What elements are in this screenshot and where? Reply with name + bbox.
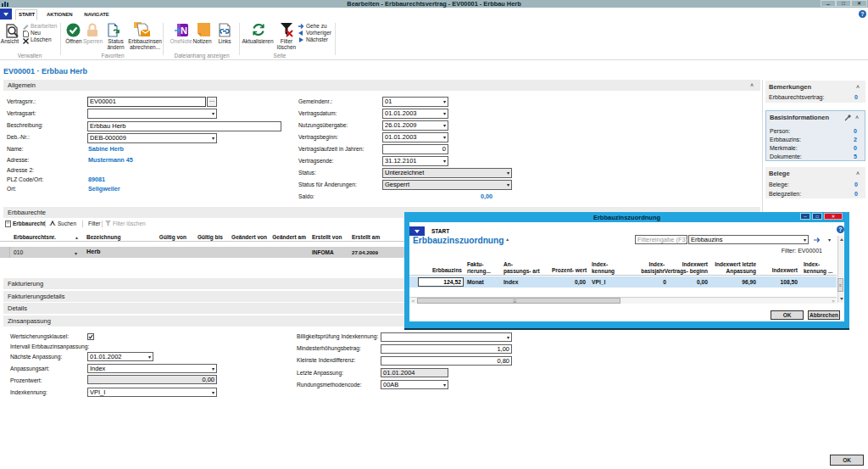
svg-text:N: N [181, 25, 187, 36]
